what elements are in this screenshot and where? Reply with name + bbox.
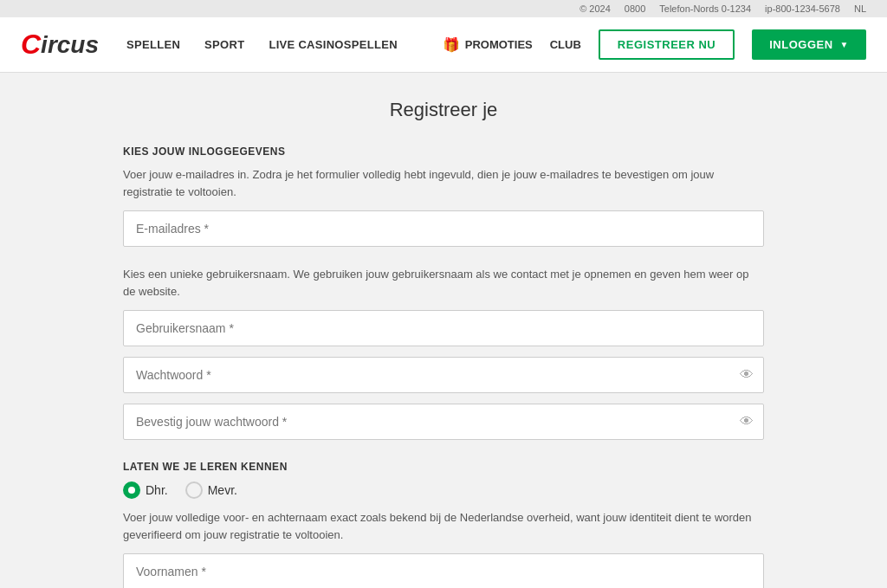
- logo-c: C: [21, 29, 41, 61]
- username-field[interactable]: [123, 310, 764, 346]
- register-button[interactable]: REGISTREER NU: [599, 29, 735, 60]
- password-wrapper: 👁: [123, 357, 764, 393]
- radio-dhr[interactable]: Dhr.: [123, 481, 168, 499]
- page-title: Registreer je: [123, 99, 764, 121]
- firstname-field[interactable]: [123, 553, 764, 588]
- section1-title: KIES JOUW INLOGGEGEVENS: [123, 145, 764, 158]
- radio-dhr-circle[interactable]: [123, 481, 140, 499]
- club-link[interactable]: CLUB: [550, 38, 581, 51]
- main-nav: SPELLEN SPORT LIVE CASINOSPELLEN: [126, 38, 443, 51]
- section1-desc1: Voer jouw e-mailadres in. Zodra je het f…: [123, 166, 764, 200]
- radio-mevr[interactable]: Mevr.: [185, 481, 237, 499]
- login-label: INLOGGEN: [769, 38, 832, 51]
- email-field[interactable]: [123, 210, 764, 247]
- section2-desc: Voer jouw volledige voor- en achternaam …: [123, 509, 764, 543]
- nav-live-casino[interactable]: LIVE CASINOSPELLEN: [269, 38, 397, 51]
- top-bar: © 2024 0800 Telefon-Nords 0-1234 ip-800-…: [0, 0, 887, 17]
- radio-dhr-label: Dhr.: [146, 483, 168, 497]
- login-section: KIES JOUW INLOGGEGEVENS Voer jouw e-mail…: [123, 145, 764, 440]
- personal-section: LATEN WE JE LEREN KENNEN Dhr. Mevr. Voer…: [123, 461, 764, 588]
- password-eye-icon[interactable]: 👁: [740, 367, 754, 383]
- promoties-label: PROMOTIES: [465, 38, 533, 51]
- password-field[interactable]: [123, 357, 764, 393]
- gender-radio-group: Dhr. Mevr.: [123, 481, 764, 499]
- login-button[interactable]: INLOGGEN ▼: [752, 29, 866, 60]
- section2-title: LATEN WE JE LEREN KENNEN: [123, 461, 764, 473]
- confirm-password-field[interactable]: [123, 404, 764, 440]
- promoties-link[interactable]: 🎁 PROMOTIES: [443, 36, 533, 53]
- logo-text: ircus: [41, 31, 99, 59]
- radio-mevr-circle[interactable]: [185, 481, 203, 499]
- section1-desc2: Kies een unieke gebruikersnaam. We gebru…: [123, 266, 764, 300]
- main-content: Registreer je KIES JOUW INLOGGEGEVENS Vo…: [106, 73, 781, 588]
- confirm-password-eye-icon[interactable]: 👁: [740, 414, 754, 430]
- logo[interactable]: C ircus: [21, 29, 99, 61]
- nav-right: 🎁 PROMOTIES CLUB REGISTREER NU INLOGGEN …: [443, 29, 866, 60]
- radio-mevr-label: Mevr.: [208, 483, 237, 497]
- nav-spellen[interactable]: SPELLEN: [126, 38, 180, 51]
- nav-sport[interactable]: SPORT: [204, 38, 244, 51]
- header: C ircus SPELLEN SPORT LIVE CASINOSPELLEN…: [0, 17, 887, 73]
- chevron-down-icon: ▼: [840, 40, 849, 49]
- gift-icon: 🎁: [443, 36, 460, 53]
- confirm-password-wrapper: 👁: [123, 404, 764, 440]
